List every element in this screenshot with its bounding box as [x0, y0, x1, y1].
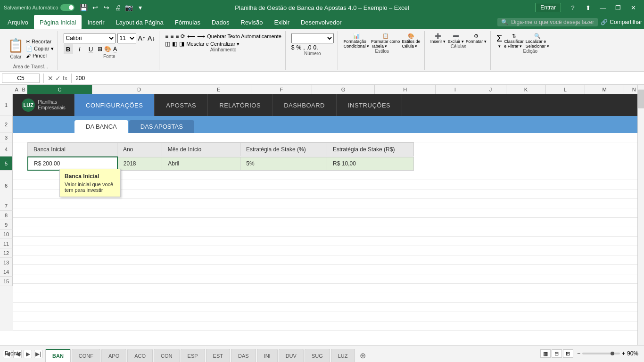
col-header-d[interactable]: D	[92, 85, 187, 94]
menu-formulas[interactable]: Fórmulas	[169, 15, 206, 29]
col-header-f[interactable]: F	[251, 85, 312, 94]
row-num-12[interactable]: 12	[0, 248, 13, 258]
cell-stake-pct[interactable]: 5%	[240, 157, 327, 170]
nav-tab-dashboard[interactable]: DASHBOARD	[272, 94, 337, 116]
indent-decrease-button[interactable]: ⟵	[187, 33, 195, 40]
font-increase-button[interactable]: A↑	[138, 34, 146, 42]
menu-exibir[interactable]: Exibir	[268, 15, 295, 29]
menu-layout[interactable]: Layout da Página	[110, 15, 169, 29]
format-cells-button[interactable]: ⚙Formatar ▾	[466, 33, 487, 44]
cell-stake-rs[interactable]: R$ 10,00	[327, 157, 414, 170]
row-num-5[interactable]: 5	[0, 156, 13, 171]
col-header-m[interactable]: M	[585, 85, 624, 94]
sheet-tab-apo[interactable]: APO	[101, 349, 126, 362]
zoom-out-button[interactable]: −	[577, 350, 580, 357]
nav-tab-instrucoes[interactable]: INSTRUÇÕES	[337, 94, 402, 116]
cell-mes[interactable]: Abril	[162, 157, 240, 170]
percent-button[interactable]: %	[297, 44, 302, 51]
col-header-h[interactable]: H	[375, 85, 436, 94]
sheet-tab-luz[interactable]: LUZ	[331, 349, 355, 362]
normal-view-button[interactable]: ▦	[540, 349, 551, 358]
save-icon[interactable]: 💾	[79, 3, 89, 12]
menu-arquivo[interactable]: Arquivo	[2, 15, 34, 29]
italic-button[interactable]: I	[75, 44, 84, 54]
nav-tab-relatorios[interactable]: RELATÓRIOS	[208, 94, 272, 116]
cell-banca-inicial[interactable]: R$ 200,00	[28, 157, 117, 170]
col-header-e[interactable]: E	[186, 85, 251, 94]
sheet-tab-est[interactable]: EST	[206, 349, 230, 362]
close-button[interactable]: ✕	[626, 2, 640, 13]
sort-filter-button[interactable]: ⇅Classificare Filtrar ▾	[504, 33, 524, 49]
cut-button[interactable]: ✂ Recortar	[26, 39, 54, 45]
sheet-tab-aco[interactable]: ACO	[127, 349, 153, 362]
menu-revisao[interactable]: Revisão	[235, 15, 269, 29]
row-num-7[interactable]: 7	[0, 201, 13, 211]
font-family-select[interactable]: Calibri	[64, 33, 116, 43]
col-header-a[interactable]: A	[13, 85, 20, 94]
share-button[interactable]: 🔗 Compartilhar	[601, 19, 642, 25]
align-top-left-button[interactable]: ≡	[165, 33, 168, 40]
autosave-toggle[interactable]	[60, 4, 74, 11]
formula-input[interactable]	[75, 75, 642, 82]
align-bottom-left-button[interactable]: ◫	[165, 41, 170, 47]
row-num-15[interactable]: 15	[0, 277, 13, 286]
currency-button[interactable]: $	[291, 44, 295, 51]
help-icon[interactable]: ?	[566, 2, 580, 13]
minimize-button[interactable]: —	[596, 2, 610, 13]
cancel-formula-icon[interactable]: ✕	[48, 74, 53, 82]
dropdown-icon[interactable]: ▾	[136, 3, 145, 12]
align-top-right-button[interactable]: ≡	[175, 33, 179, 40]
thousands-button[interactable]: ,	[303, 44, 305, 51]
align-bottom-right-button[interactable]: ◨	[179, 41, 184, 47]
menu-inserir[interactable]: Inserir	[82, 15, 110, 29]
underline-button[interactable]: U	[86, 44, 96, 54]
sheet-tab-sug[interactable]: SUG	[305, 349, 330, 362]
fill-color-button[interactable]: 🎨	[104, 46, 111, 52]
zoom-in-button[interactable]: +	[622, 350, 625, 357]
sum-button[interactable]: Σ▾	[496, 33, 502, 49]
row-num-13[interactable]: 13	[0, 258, 13, 267]
sub-tab-apostas[interactable]: DAS APOSTAS	[129, 120, 194, 133]
decrease-decimal-button[interactable]: 0.	[314, 44, 318, 51]
cell-reference-input[interactable]	[2, 74, 40, 83]
col-header-c[interactable]: C	[27, 85, 92, 94]
align-bottom-center-button[interactable]: ◧	[172, 41, 177, 47]
increase-decimal-button[interactable]: .0	[307, 44, 312, 51]
restore-button[interactable]: ❐	[611, 2, 625, 13]
find-select-button[interactable]: 🔍Localizar eSelecionar ▾	[526, 33, 549, 49]
wrap-text-button[interactable]: Quebrar Texto Automaticamente	[207, 33, 281, 39]
sheet-tab-esp[interactable]: ESP	[181, 349, 205, 362]
sheet-tab-duv[interactable]: DUV	[279, 349, 304, 362]
sheet-tab-ini[interactable]: INI	[257, 349, 278, 362]
menu-desenvolvedor[interactable]: Desenvolvedor	[295, 15, 347, 29]
insert-cells-button[interactable]: ➕Inserir ▾	[430, 33, 446, 44]
nav-tab-configuracoes[interactable]: CONFIGURAÇÕES	[74, 94, 155, 116]
border-button[interactable]: ⊞	[98, 46, 102, 52]
camera-icon[interactable]: 📷	[124, 3, 134, 12]
row-num-8[interactable]: 8	[0, 211, 13, 220]
row-num-9[interactable]: 9	[0, 220, 13, 230]
row-num-1[interactable]: 1	[0, 94, 13, 116]
row-num-4[interactable]: 4	[0, 142, 13, 156]
sheet-tab-das[interactable]: DAS	[231, 349, 256, 362]
cell-ano[interactable]: 2018	[117, 157, 162, 170]
align-top-center-button[interactable]: ≡	[170, 33, 173, 40]
login-button[interactable]: Entrar	[535, 3, 561, 12]
col-header-b[interactable]: B	[20, 85, 27, 94]
page-break-button[interactable]: ⊞	[563, 349, 573, 358]
scroll-thumb[interactable]	[638, 94, 644, 108]
col-header-g[interactable]: G	[312, 85, 375, 94]
row-num-3[interactable]: 3	[0, 133, 13, 142]
row-num-2[interactable]: 2	[0, 116, 13, 133]
nav-tab-apostas[interactable]: APOSTAS	[155, 94, 208, 116]
add-sheet-button[interactable]: ⊕	[356, 349, 370, 362]
col-header-j[interactable]: J	[475, 85, 507, 94]
indent-increase-button[interactable]: ⟶	[197, 33, 205, 40]
delete-cells-button[interactable]: ➖Excluir ▾	[447, 33, 464, 44]
redo-icon[interactable]: ↪	[102, 3, 111, 12]
insert-function-icon[interactable]: fx	[63, 74, 67, 82]
number-format-select[interactable]	[291, 33, 334, 43]
font-color-button[interactable]: A̲	[113, 46, 117, 52]
menu-dados[interactable]: Dados	[206, 15, 235, 29]
font-decrease-button[interactable]: A↓	[148, 34, 155, 42]
